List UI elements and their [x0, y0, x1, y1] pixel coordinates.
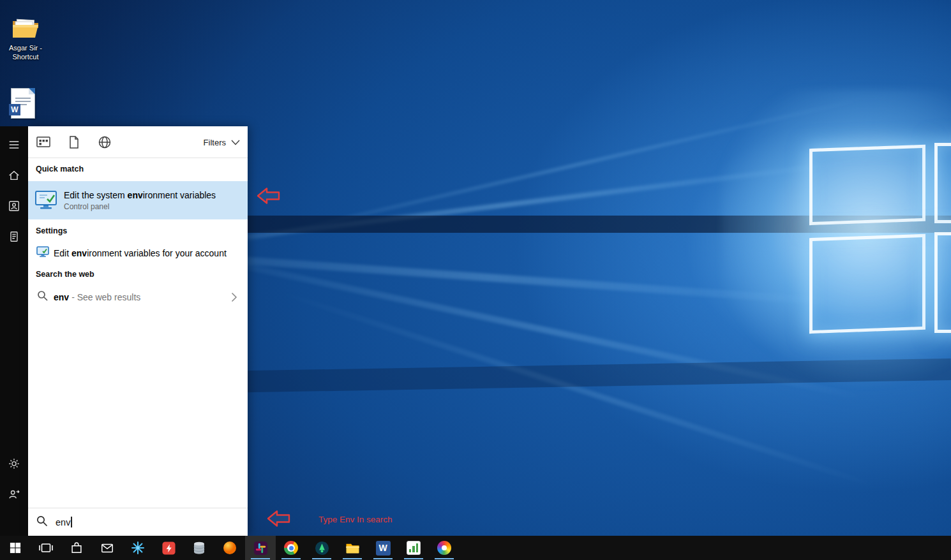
search-filter-bar: Filters [28, 126, 248, 158]
taskbar-icon-chrome[interactable] [276, 536, 306, 560]
search-rail [0, 126, 28, 536]
paint-app-icon [437, 541, 451, 555]
result-title: Edit the system environment variables [64, 190, 216, 200]
chrome-icon [284, 541, 298, 555]
running-indicator [435, 558, 454, 559]
running-indicator [312, 558, 331, 559]
web-query: env [54, 292, 69, 302]
task-view-icon [38, 542, 54, 554]
taskbar-icon-android-studio[interactable] [306, 536, 337, 560]
search-icon [37, 290, 54, 304]
home-button[interactable] [0, 161, 28, 189]
taskbar-icon-app-orange[interactable] [214, 536, 245, 560]
web-suffix: - See web results [71, 292, 140, 302]
word-doc-icon: W [11, 88, 35, 119]
notebook-profile-button[interactable] [0, 192, 28, 220]
result-subtitle: Control panel [64, 202, 216, 211]
taskbar-icon-app-blue[interactable] [123, 536, 153, 560]
notebook-icon [8, 230, 20, 243]
text-caret [71, 517, 72, 527]
section-header-search-web: Search the web [36, 270, 94, 279]
annotation-arrow-search-box [267, 509, 291, 531]
taskbar-icon-mail[interactable] [92, 536, 123, 560]
result-text: Edit the system environment variables Co… [64, 190, 216, 211]
word-logo: W [9, 104, 20, 115]
running-indicator [251, 558, 270, 559]
left-arrow-icon [257, 186, 281, 205]
running-indicator [404, 558, 423, 559]
result-edit-system-env-vars[interactable]: Edit the system environment variables Co… [28, 181, 248, 219]
taskbar-icon-app-red[interactable] [153, 536, 184, 560]
hamburger-icon [8, 138, 20, 151]
section-header-settings: Settings [36, 226, 67, 235]
taskbar-icon-word[interactable]: W [368, 536, 398, 560]
file-explorer-icon [345, 542, 360, 554]
settings-button[interactable] [0, 450, 28, 478]
taskbar-icon-database[interactable] [184, 536, 214, 560]
database-icon [192, 541, 206, 555]
snowflake-app-icon [131, 541, 145, 555]
gear-icon [8, 457, 20, 470]
taskbar-icon-app-paint[interactable] [429, 536, 460, 560]
chevron-down-icon [231, 140, 240, 145]
apps-icon [36, 135, 51, 149]
taskbar-icon-app-chart[interactable] [398, 536, 429, 560]
windows-logo-icon [10, 542, 21, 554]
search-input[interactable]: env [28, 508, 248, 536]
taskbar-icon-store[interactable] [61, 536, 92, 560]
running-indicator [281, 558, 301, 559]
desktop-icon-folder-shortcut[interactable]: Asgar Sir - Shortcut [1, 17, 50, 62]
hamburger-menu-button[interactable] [0, 131, 28, 159]
left-arrow-icon [267, 509, 291, 528]
result-web-search[interactable]: env - See web results [28, 286, 248, 309]
feedback-button[interactable] [0, 480, 28, 508]
chart-app-icon [407, 541, 421, 555]
search-icon [36, 515, 54, 529]
word-icon: W [376, 541, 391, 556]
desktop-icon-word-doc[interactable]: W [4, 88, 42, 119]
running-indicator [373, 558, 393, 559]
red-app-icon [161, 541, 176, 556]
store-icon [70, 541, 84, 555]
system-monitor-icon [28, 190, 64, 210]
apps-filter-button[interactable] [28, 126, 59, 158]
settings-monitor-icon [36, 246, 54, 260]
feedback-icon [8, 488, 20, 501]
taskbar-icon-slack[interactable] [245, 536, 276, 560]
result-title: Edit environment variables for your acco… [54, 248, 227, 258]
documents-filter-button[interactable] [59, 126, 89, 158]
taskbar: W [0, 536, 951, 560]
slack-icon [253, 541, 268, 556]
desktop-screen: Asgar Sir - Shortcut W [0, 0, 951, 560]
task-view-button[interactable] [31, 536, 61, 560]
chevron-right-icon [231, 292, 237, 305]
globe-icon [98, 135, 112, 149]
taskbar-icon-file-explorer[interactable] [337, 536, 368, 560]
desktop-icon-label: Asgar Sir - Shortcut [1, 44, 50, 62]
filters-button[interactable]: Filters [204, 126, 240, 158]
section-header-quick-match: Quick match [36, 165, 84, 173]
android-studio-icon [315, 541, 329, 556]
document-icon [68, 135, 80, 149]
filters-label: Filters [204, 138, 226, 147]
page-fold [29, 88, 35, 94]
search-input-value: env [56, 517, 70, 527]
profile-icon [8, 200, 20, 212]
orange-app-icon [223, 541, 237, 555]
folder-icon [11, 17, 40, 40]
running-indicator [343, 558, 362, 559]
search-panel: Filters Quick match Edit the system envi… [28, 126, 248, 536]
result-edit-user-env-vars[interactable]: Edit environment variables for your acco… [28, 241, 248, 265]
devices-button[interactable] [0, 223, 28, 251]
annotation-arrow-quick-match [257, 186, 281, 208]
home-icon [8, 169, 20, 182]
start-button[interactable] [0, 536, 31, 560]
annotation-note: Type Env In search [318, 515, 393, 524]
web-filter-button[interactable] [89, 126, 120, 158]
mail-icon [100, 541, 114, 555]
